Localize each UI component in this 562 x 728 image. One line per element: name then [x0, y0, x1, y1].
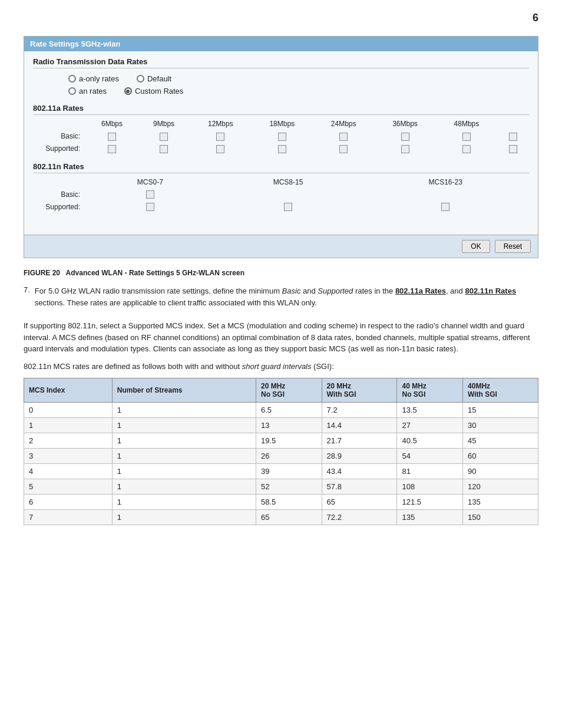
n-basic-mcs0-7-checkbox[interactable] — [146, 190, 154, 199]
n-basic-row: Basic: — [33, 189, 529, 201]
mcs-cell: 135 — [397, 510, 463, 525]
sup-6mbps-checkbox[interactable] — [108, 145, 116, 153]
sup-36mbps-checkbox[interactable] — [401, 145, 409, 153]
mcs-table: MCS Index Number of Streams 20 MHzNo SGI… — [24, 378, 538, 525]
mcs-cell: 7.2 — [322, 403, 397, 418]
mcs-cell: 3 — [24, 449, 113, 464]
mcs-cell: 108 — [397, 479, 463, 495]
radio-row-2: an rates Custom Rates — [68, 87, 529, 95]
n-supported-label: Supported: — [33, 200, 86, 213]
mcs-data-row: 413943.48190 — [24, 464, 538, 479]
col-18mbps: 18Mbps — [252, 120, 313, 130]
mcs-cell: 27 — [397, 418, 463, 433]
col-40mhz-with-sgi: 40MHzWith SGI — [463, 378, 538, 403]
radio-default[interactable]: Default — [137, 74, 171, 83]
mcs-cell: 121.5 — [397, 495, 463, 510]
mcs-cell: 57.8 — [322, 479, 397, 495]
basic-9mbps-checkbox[interactable] — [160, 133, 168, 141]
basic-row: Basic: — [33, 130, 529, 143]
radio-an[interactable]: an rates — [68, 87, 107, 95]
basic-36mbps-checkbox[interactable] — [401, 133, 409, 141]
col-num-streams: Number of Streams — [112, 378, 256, 403]
col-20mhz-with-sgi: 20 MHzWith SGI — [322, 378, 397, 403]
paragraph-7-text: For 5.0 GHz WLAN radio transmission rate… — [35, 285, 538, 308]
mcs-cell: 1 — [112, 403, 256, 418]
supported-label: Supported: — [33, 143, 86, 155]
figure-caption: FIGURE 20 Advanced WLAN - Rate Settings … — [24, 269, 538, 277]
mcs-cell: 1 — [112, 464, 256, 479]
section-80211n: 802.11n Rates MCS0-7 MCS8-15 MCS16-23 Ba… — [33, 162, 529, 225]
basic-24mbps-checkbox[interactable] — [339, 133, 348, 141]
sup-9mbps-checkbox[interactable] — [160, 145, 168, 153]
radio-transmission-title: Radio Transmission Data Rates — [33, 57, 529, 68]
radio-custom[interactable]: Custom Rates — [124, 87, 183, 95]
sup-24mbps-checkbox[interactable] — [339, 145, 348, 153]
mcs-cell: 135 — [463, 495, 538, 510]
mcs-cell: 72.2 — [322, 510, 397, 525]
radio-custom-input[interactable] — [124, 87, 132, 95]
mcs-data-row: 111314.42730 — [24, 418, 538, 433]
col-mcs-index: MCS Index — [24, 378, 113, 403]
section-80211a-title: 802.11a Rates — [33, 104, 529, 115]
paragraph-7-number: 7. — [24, 285, 30, 314]
sup-12mbps-checkbox[interactable] — [216, 145, 224, 153]
mcs-header-row: MCS Index Number of Streams 20 MHzNo SGI… — [24, 378, 538, 403]
radio-an-label: an rates — [79, 87, 107, 95]
mcs-cell: 1 — [112, 418, 256, 433]
mcs-cell: 90 — [463, 464, 538, 479]
col-9mbps: 9Mbps — [138, 120, 190, 130]
sup-48mbps-checkbox[interactable] — [462, 145, 471, 153]
section-80211n-title: 802.11n Rates — [33, 162, 529, 173]
mcs-cell: 43.4 — [322, 464, 397, 479]
mcs-cell: 52 — [256, 479, 322, 495]
mcs-cell: 54 — [397, 449, 463, 464]
sup-18mbps-checkbox[interactable] — [278, 145, 286, 153]
col-20mhz-no-sgi: 20 MHzNo SGI — [256, 378, 322, 403]
mcs-cell: 14.4 — [322, 418, 397, 433]
radio-a-only-input[interactable] — [68, 75, 76, 83]
radio-an-input[interactable] — [68, 87, 76, 95]
mcs-cell: 150 — [463, 510, 538, 525]
mcs-cell: 1 — [112, 479, 256, 495]
radio-group: a-only rates Default an rates Custom Rat… — [33, 74, 529, 95]
mcs-cell: 0 — [24, 403, 113, 418]
basic-18mbps-checkbox[interactable] — [278, 133, 286, 141]
radio-default-input[interactable] — [137, 75, 144, 83]
mcs-cell: 4 — [24, 464, 113, 479]
ok-button[interactable]: OK — [462, 240, 490, 253]
mcs-cell: 58.5 — [256, 495, 322, 510]
mcs-data-row: 2119.521.740.545 — [24, 433, 538, 449]
basic-12mbps-checkbox[interactable] — [216, 133, 224, 141]
panel-body: Radio Transmission Data Rates a-only rat… — [24, 51, 538, 235]
radio-default-label: Default — [147, 74, 171, 83]
mcs-cell: 2 — [24, 433, 113, 449]
reset-button[interactable]: Reset — [495, 240, 531, 253]
basic-extra-checkbox[interactable] — [509, 133, 517, 141]
mcs-data-row: 6158.565121.5135 — [24, 495, 538, 510]
sup-extra-checkbox[interactable] — [509, 145, 517, 153]
col-48mbps: 48Mbps — [436, 120, 497, 130]
mcs-cell: 39 — [256, 464, 322, 479]
basic-label: Basic: — [33, 130, 86, 143]
mcs-cell: 28.9 — [322, 449, 397, 464]
n-sup-mcs0-7-checkbox[interactable] — [146, 203, 154, 211]
basic-48mbps-checkbox[interactable] — [462, 133, 471, 141]
mcs-cell: 120 — [463, 479, 538, 495]
radio-a-only[interactable]: a-only rates — [68, 74, 119, 83]
radio-custom-label: Custom Rates — [135, 87, 183, 95]
basic-6mbps-checkbox[interactable] — [108, 133, 116, 141]
n-sup-mcs16-23-checkbox[interactable] — [441, 203, 449, 211]
mcs-cell: 1 — [112, 433, 256, 449]
col-mcs0-7: MCS0-7 — [86, 178, 214, 189]
mcs-cell: 1 — [24, 418, 113, 433]
mcs-cell: 26 — [256, 449, 322, 464]
col-mcs8-15: MCS8-15 — [214, 178, 362, 189]
n-sup-mcs8-15-checkbox[interactable] — [284, 203, 292, 211]
rate-settings-panel: Rate Settings 5GHz-wlan Radio Transmissi… — [24, 36, 538, 258]
mcs-cell: 15 — [463, 403, 538, 418]
col-40mhz-no-sgi: 40 MHzNo SGI — [397, 378, 463, 403]
panel-header: Rate Settings 5GHz-wlan — [24, 37, 538, 51]
mcs-cell: 30 — [463, 418, 538, 433]
mcs-cell: 13.5 — [397, 403, 463, 418]
rates-80211n-table: MCS0-7 MCS8-15 MCS16-23 Basic: Supported… — [33, 178, 529, 213]
